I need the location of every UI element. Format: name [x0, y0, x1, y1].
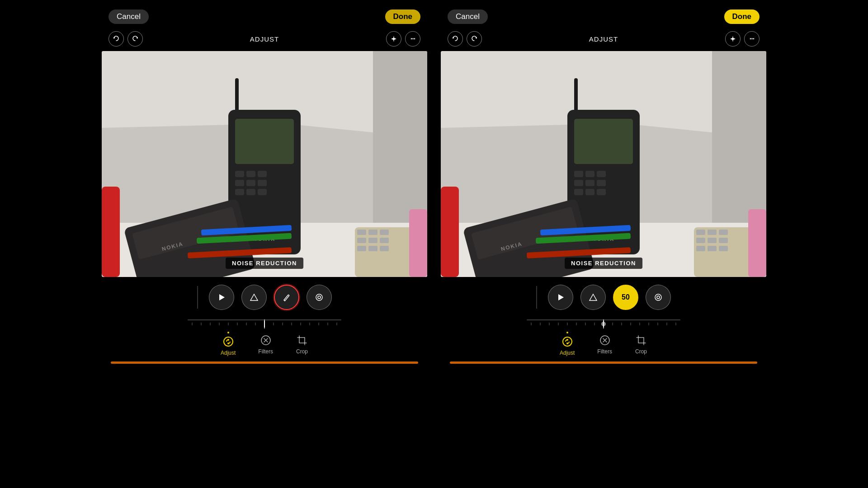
ctrl-triangle-right[interactable]: [580, 285, 606, 310]
svg-marker-97: [558, 294, 564, 300]
undo-button-right[interactable]: [448, 31, 463, 47]
bottom-progress-right: [450, 361, 757, 364]
svg-rect-94: [719, 246, 728, 251]
toolbar-label-left: ADJUST: [250, 35, 279, 43]
svg-point-121: [566, 339, 568, 341]
svg-point-59: [227, 339, 229, 341]
svg-rect-76: [585, 189, 594, 195]
nav-label-adjust-left: Adjust: [221, 350, 236, 356]
image-area-right: NOKIA NOKIA: [441, 51, 766, 277]
svg-point-60: [227, 343, 229, 344]
top-bar-left: Cancel Done: [99, 0, 429, 29]
svg-rect-87: [708, 230, 717, 235]
ctrl-play-left[interactable]: [209, 285, 234, 310]
magic-button-right[interactable]: [725, 31, 741, 47]
svg-point-120: [563, 337, 572, 346]
crop-icon-right: [635, 334, 647, 347]
slider-row-right: [439, 313, 769, 327]
svg-rect-6: [235, 119, 294, 164]
svg-rect-28: [368, 238, 377, 243]
svg-point-58: [224, 337, 233, 346]
cancel-button-left[interactable]: Cancel: [108, 9, 149, 24]
ctrl-triangle-left[interactable]: [241, 285, 267, 310]
svg-rect-75: [574, 189, 583, 195]
redo-button-right[interactable]: [467, 31, 482, 47]
svg-point-100: [657, 296, 660, 299]
svg-point-39: [318, 296, 321, 299]
svg-rect-29: [380, 238, 389, 243]
svg-rect-95: [441, 187, 459, 277]
svg-point-99: [655, 294, 661, 300]
crop-icon-left: [296, 334, 308, 347]
magic-button-left[interactable]: [386, 31, 401, 47]
top-bar-right: Cancel Done: [439, 0, 769, 29]
photo-bg-right: NOKIA NOKIA: [441, 51, 766, 277]
ctrl-circle-right[interactable]: [646, 285, 671, 310]
redo-button-left[interactable]: [127, 31, 143, 47]
svg-rect-31: [368, 246, 377, 251]
toolbar-left: ADJUST ···: [99, 29, 429, 51]
svg-rect-25: [368, 230, 377, 235]
more-button-right[interactable]: ···: [744, 31, 760, 47]
cancel-button-right[interactable]: Cancel: [448, 9, 488, 24]
svg-rect-86: [696, 230, 705, 235]
ctrl-circle-left[interactable]: [307, 285, 332, 310]
noise-reduction-label-left: NOISE REDUCTION: [226, 258, 303, 269]
svg-rect-92: [696, 246, 705, 251]
svg-rect-13: [235, 189, 244, 195]
svg-rect-72: [574, 180, 583, 186]
noise-reduction-label-right: NOISE REDUCTION: [565, 258, 642, 269]
svg-line-37: [284, 300, 285, 301]
toolbar-left-icons-right: [448, 31, 482, 47]
nav-adjust-right[interactable]: Adjust: [560, 333, 575, 356]
svg-rect-32: [380, 246, 389, 251]
adjust-icon-left: [222, 335, 235, 348]
ctrl-value-right[interactable]: 50: [613, 285, 638, 310]
left-indicator-right: [536, 286, 537, 309]
toolbar-right: ADJUST ···: [439, 29, 769, 51]
svg-rect-89: [696, 238, 705, 243]
bottom-nav-left: Adjust Filters: [99, 327, 429, 361]
nav-label-crop-left: Crop: [296, 348, 308, 355]
nav-crop-left[interactable]: Crop: [296, 334, 308, 355]
svg-rect-27: [357, 238, 366, 243]
toolbar-right-icons-left: ···: [386, 31, 420, 47]
svg-rect-70: [585, 171, 594, 177]
svg-marker-36: [250, 294, 258, 300]
slider-track-left[interactable]: [188, 319, 341, 320]
nav-label-crop-right: Crop: [635, 348, 647, 355]
ctrl-play-right[interactable]: [548, 285, 573, 310]
nav-adjust-left[interactable]: Adjust: [221, 333, 236, 356]
more-button-left[interactable]: ···: [405, 31, 420, 47]
svg-rect-8: [246, 171, 255, 177]
nav-filters-left[interactable]: Filters: [258, 334, 273, 355]
svg-rect-15: [258, 189, 267, 195]
svg-rect-30: [357, 246, 366, 251]
svg-rect-10: [235, 180, 244, 186]
slider-track-right[interactable]: [527, 319, 680, 320]
svg-marker-98: [590, 294, 597, 300]
svg-rect-24: [357, 230, 366, 235]
svg-rect-93: [708, 246, 717, 251]
nav-crop-right[interactable]: Crop: [635, 334, 647, 355]
nav-filters-right[interactable]: Filters: [597, 334, 612, 355]
done-button-right[interactable]: Done: [724, 9, 760, 24]
controls-row-right: 50: [439, 277, 769, 313]
svg-rect-71: [597, 171, 606, 177]
svg-rect-91: [719, 238, 728, 243]
svg-rect-73: [585, 180, 594, 186]
svg-point-122: [566, 343, 568, 344]
nav-label-filters-right: Filters: [597, 348, 612, 355]
bottom-nav-right: Adjust Filters: [439, 327, 769, 361]
done-button-left[interactable]: Done: [385, 9, 421, 24]
nav-adjust-dot-right: [566, 332, 568, 333]
filters-icon-left: [259, 334, 272, 347]
panel-left: Cancel Done: [99, 0, 429, 364]
ctrl-value-label-right: 50: [622, 293, 630, 301]
controls-row-left: [99, 277, 429, 313]
undo-button-left[interactable]: [108, 31, 124, 47]
svg-rect-88: [719, 230, 728, 235]
nav-label-adjust-right: Adjust: [560, 350, 575, 356]
ctrl-edit-left[interactable]: [274, 285, 299, 310]
main-container: Cancel Done: [0, 0, 868, 488]
